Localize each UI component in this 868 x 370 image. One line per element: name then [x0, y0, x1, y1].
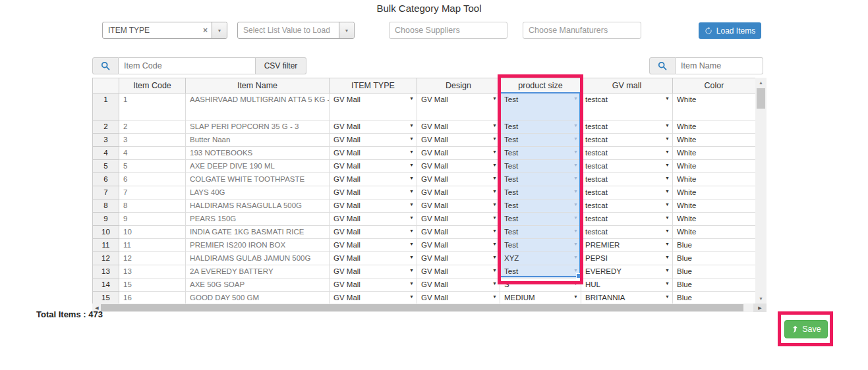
cell-product-size-dropdown[interactable]: MEDIUM▼: [500, 292, 581, 305]
cell-color[interactable]: White: [673, 226, 756, 239]
cell-product-size-dropdown[interactable]: Test▼: [500, 93, 581, 120]
horizontal-scrollbar-thumb[interactable]: [101, 304, 743, 311]
cell-item-type-dropdown[interactable]: GV Mall▼: [330, 226, 417, 239]
chevron-down-icon[interactable]: ▼: [339, 22, 354, 38]
cell-item-code[interactable]: 15: [119, 278, 186, 292]
cell-item-name[interactable]: AASHIRVAAD MULTIGRAIN ATTA 5 KG - 123: [186, 93, 330, 120]
cell-product-size-dropdown[interactable]: Test▼: [500, 239, 581, 252]
cell-color[interactable]: White: [673, 213, 756, 226]
cell-item-code[interactable]: 10: [119, 226, 186, 239]
cell-color[interactable]: White: [673, 93, 756, 120]
cell-item-type-dropdown[interactable]: GV Mall▼: [330, 134, 417, 147]
cell-item-name[interactable]: LAYS 40G: [186, 186, 330, 199]
cell-design-dropdown[interactable]: GV Mall▼: [417, 120, 500, 134]
row-number-cell[interactable]: 7: [93, 186, 119, 199]
cell-product-size-dropdown[interactable]: Test▼: [500, 134, 581, 147]
fill-handle[interactable]: [576, 273, 581, 278]
cell-item-code[interactable]: 8: [119, 199, 186, 213]
row-number-cell[interactable]: 11: [93, 239, 119, 252]
cell-item-type-dropdown[interactable]: GV Mall▼: [330, 93, 417, 120]
cell-product-size-dropdown[interactable]: Test▼: [500, 147, 581, 160]
cell-item-name[interactable]: AXE DEEP DIVE 190 ML: [186, 160, 330, 173]
cell-item-name[interactable]: PEARS 150G: [186, 213, 330, 226]
cell-gv-mall-dropdown[interactable]: testcat▼: [581, 120, 673, 134]
chevron-down-icon[interactable]: ▼: [212, 22, 227, 38]
cell-gv-mall-dropdown[interactable]: testcat▼: [581, 93, 673, 120]
header-item-code[interactable]: Item Code: [119, 78, 186, 93]
cell-color[interactable]: Blue: [673, 252, 756, 265]
cell-item-type-dropdown[interactable]: GV Mall▼: [330, 147, 417, 160]
cell-item-name[interactable]: COLGATE WHITE TOOTHPASTE: [186, 173, 330, 186]
row-number-cell[interactable]: 14: [93, 278, 119, 292]
cell-gv-mall-dropdown[interactable]: testcat▼: [581, 199, 673, 213]
row-number-cell[interactable]: 9: [93, 213, 119, 226]
save-button[interactable]: Save: [784, 320, 828, 338]
cell-item-code[interactable]: 11: [119, 239, 186, 252]
row-number-cell[interactable]: 1: [93, 93, 119, 120]
load-items-button[interactable]: Load Items: [699, 22, 761, 39]
cell-item-name[interactable]: HALDIRAMS GULAB JAMUN 500G: [186, 252, 330, 265]
cell-item-name[interactable]: AXE 50G SOAP: [186, 278, 330, 292]
cell-gv-mall-dropdown[interactable]: testcat▼: [581, 134, 673, 147]
cell-item-code[interactable]: 6: [119, 173, 186, 186]
cell-item-code[interactable]: 12: [119, 252, 186, 265]
list-value-select[interactable]: Select List Value to Load ▼: [237, 22, 355, 39]
cell-color[interactable]: White: [673, 186, 756, 199]
row-number-cell[interactable]: 2: [93, 120, 119, 134]
cell-item-type-dropdown[interactable]: GV Mall▼: [330, 292, 417, 305]
cell-color[interactable]: White: [673, 120, 756, 134]
cell-gv-mall-dropdown[interactable]: BRITANNIA▼: [581, 292, 673, 305]
vertical-scrollbar-thumb[interactable]: [757, 88, 765, 109]
horizontal-scrollbar[interactable]: ◀ ▶: [92, 304, 767, 312]
cell-design-dropdown[interactable]: GV Mall▼: [417, 213, 500, 226]
cell-design-dropdown[interactable]: GV Mall▼: [417, 252, 500, 265]
csv-filter-button[interactable]: CSV filter: [256, 57, 306, 74]
header-item-type[interactable]: ITEM TYPE: [330, 78, 417, 93]
cell-item-code[interactable]: 3: [119, 134, 186, 147]
cell-item-type-dropdown[interactable]: GV Mall▼: [330, 199, 417, 213]
cell-product-size-dropdown[interactable]: Test▼: [500, 173, 581, 186]
cell-color[interactable]: Blue: [673, 239, 756, 252]
cell-item-code[interactable]: 5: [119, 160, 186, 173]
vertical-scrollbar[interactable]: ▲ ▼: [755, 78, 767, 304]
header-color[interactable]: Color: [673, 78, 756, 93]
cell-gv-mall-dropdown[interactable]: PEPSI▼: [581, 252, 673, 265]
cell-color[interactable]: Blue: [673, 292, 756, 305]
cell-gv-mall-dropdown[interactable]: testcat▼: [581, 147, 673, 160]
cell-product-size-dropdown[interactable]: S▼: [500, 278, 581, 292]
cell-item-name[interactable]: PREMIER IS200 IRON BOX: [186, 239, 330, 252]
row-number-cell[interactable]: 13: [93, 265, 119, 278]
cell-design-dropdown[interactable]: GV Mall▼: [417, 186, 500, 199]
cell-design-dropdown[interactable]: GV Mall▼: [417, 199, 500, 213]
cell-item-code[interactable]: 16: [119, 292, 186, 305]
cell-item-name[interactable]: Butter Naan: [186, 134, 330, 147]
cell-product-size-dropdown[interactable]: Test▼: [500, 199, 581, 213]
cell-item-name[interactable]: HALDIRAMS RASAGULLA 500G: [186, 199, 330, 213]
cell-item-type-dropdown[interactable]: GV Mall▼: [330, 265, 417, 278]
cell-design-dropdown[interactable]: GV Mall▼: [417, 134, 500, 147]
row-number-cell[interactable]: 10: [93, 226, 119, 239]
cell-item-type-dropdown[interactable]: GV Mall▼: [330, 160, 417, 173]
cell-product-size-dropdown[interactable]: XYZ▼: [500, 252, 581, 265]
cell-item-type-dropdown[interactable]: GV Mall▼: [330, 173, 417, 186]
item-name-search-input[interactable]: [676, 57, 763, 74]
cell-item-type-dropdown[interactable]: GV Mall▼: [330, 120, 417, 134]
cell-gv-mall-dropdown[interactable]: testcat▼: [581, 213, 673, 226]
cell-product-size-dropdown[interactable]: Test▼: [500, 213, 581, 226]
cell-design-dropdown[interactable]: GV Mall▼: [417, 160, 500, 173]
cell-color[interactable]: White: [673, 134, 756, 147]
cell-design-dropdown[interactable]: GV Mall▼: [417, 292, 500, 305]
cell-color[interactable]: Blue: [673, 278, 756, 292]
cell-product-size-dropdown[interactable]: Test▼: [500, 186, 581, 199]
cell-item-code[interactable]: 9: [119, 213, 186, 226]
row-number-cell[interactable]: 15: [93, 292, 119, 305]
cell-item-code[interactable]: 1: [119, 93, 186, 120]
cell-gv-mall-dropdown[interactable]: EVEREDY▼: [581, 265, 673, 278]
cell-color[interactable]: White: [673, 147, 756, 160]
cell-product-size-dropdown[interactable]: Test▼: [500, 120, 581, 134]
row-number-cell[interactable]: 12: [93, 252, 119, 265]
cell-gv-mall-dropdown[interactable]: testcat▼: [581, 186, 673, 199]
cell-color[interactable]: White: [673, 160, 756, 173]
row-number-cell[interactable]: 4: [93, 147, 119, 160]
cell-design-dropdown[interactable]: GV Mall▼: [417, 93, 500, 120]
